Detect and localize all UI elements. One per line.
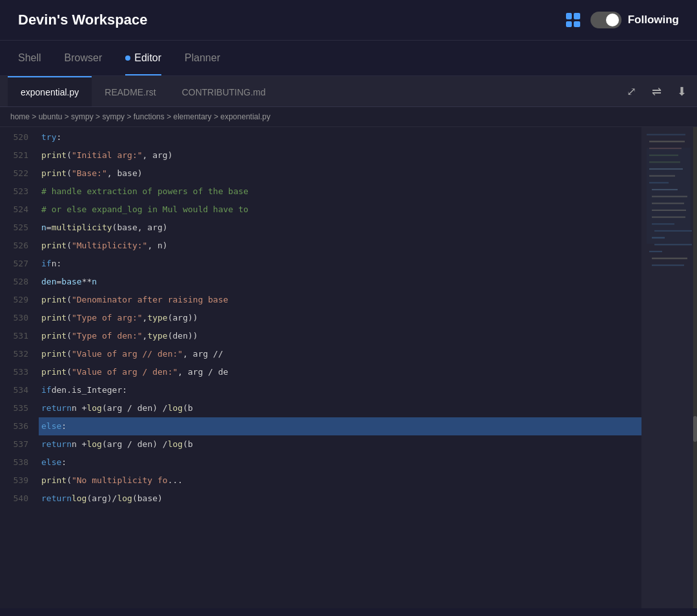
line-number: 539 <box>8 472 28 490</box>
code-line: print("Base:", base) <box>39 164 641 183</box>
svg-rect-20 <box>647 148 691 244</box>
diff-icon[interactable]: ⇌ <box>649 82 664 101</box>
code-line: print("Multiplicity:", n) <box>39 237 641 255</box>
line-number: 524 <box>8 201 28 219</box>
tab-planner-label: Planner <box>185 52 220 64</box>
tab-editor-label: Editor <box>134 52 161 64</box>
code-line: else: <box>39 453 641 472</box>
code-line: return log(arg)/log(base) <box>39 490 641 508</box>
code-line: den = base**n <box>39 273 641 291</box>
file-tab-contributing-label: CONTRIBUTING.md <box>182 87 266 97</box>
line-number: 532 <box>8 345 28 363</box>
line-number: 535 <box>8 399 28 417</box>
tab-shell[interactable]: Shell <box>18 41 41 75</box>
following-label: Following <box>628 14 679 26</box>
nav-tabs: Shell Browser Editor Planner <box>0 41 697 76</box>
line-number: 540 <box>8 490 28 508</box>
code-line: # handle extraction of powers of the bas… <box>39 183 641 201</box>
svg-rect-19 <box>652 264 684 266</box>
editor-container: exponential.py README.rst CONTRIBUTING.m… <box>0 76 697 608</box>
tab-browser-label: Browser <box>65 52 103 64</box>
header-controls: Following <box>566 12 679 28</box>
line-number: 533 <box>8 363 28 381</box>
grid-icon[interactable] <box>566 13 580 27</box>
line-number: 536 <box>8 417 28 435</box>
file-tab-exponential[interactable]: exponential.py <box>8 76 92 106</box>
line-number: 538 <box>8 453 28 472</box>
breadcrumb-path: home > ubuntu > sympy > sympy > function… <box>10 112 270 121</box>
line-number: 520 <box>8 128 28 146</box>
code-line: try: <box>39 128 641 146</box>
line-number: 525 <box>8 219 28 237</box>
code-line: print("Value of arg // den:", arg // <box>39 345 641 363</box>
code-line: print("Denominator after raising base <box>39 291 641 309</box>
file-tabs-bar: exponential.py README.rst CONTRIBUTING.m… <box>0 76 697 107</box>
code-line: else: <box>39 417 641 435</box>
tab-browser[interactable]: Browser <box>65 41 103 75</box>
code-line: print("Initial arg:", arg) <box>39 146 641 164</box>
tab-planner[interactable]: Planner <box>185 41 220 75</box>
following-toggle[interactable] <box>591 12 621 28</box>
code-line: print("Value of arg / den:", arg / de <box>39 363 641 381</box>
scroll-thumb[interactable] <box>693 416 697 442</box>
code-line: print("Type of arg:", type(arg)) <box>39 309 641 327</box>
line-numbers: 5205215225235245255265275285295305315325… <box>0 127 39 608</box>
code-line: return n + log(arg / den) / log(b <box>39 435 641 453</box>
line-number: 531 <box>8 327 28 345</box>
mini-map <box>641 127 693 608</box>
workspace-title: Devin's Workspace <box>18 12 147 28</box>
line-number: 522 <box>8 164 28 183</box>
scrollbar[interactable] <box>693 127 697 608</box>
code-line: n = multiplicity(base, arg) <box>39 219 641 237</box>
file-tab-contributing[interactable]: CONTRIBUTING.md <box>169 76 279 106</box>
line-number: 527 <box>8 255 28 273</box>
line-number: 530 <box>8 309 28 327</box>
tab-editor[interactable]: Editor <box>125 41 161 75</box>
breadcrumb: home > ubuntu > sympy > sympy > function… <box>0 107 697 127</box>
editor-toolbar: ⤢ ⇌ ⬇ <box>624 82 689 101</box>
header: Devin's Workspace Following <box>0 0 697 41</box>
code-line: # or else expand_log in Mul would have t… <box>39 201 641 219</box>
code-line: if den.is_Integer: <box>39 381 641 399</box>
code-area: 5205215225235245255265275285295305315325… <box>0 127 697 608</box>
line-number: 534 <box>8 381 28 399</box>
code-line: print("No multiplicity fo... <box>39 472 641 490</box>
svg-rect-17 <box>649 251 662 252</box>
line-number: 523 <box>8 183 28 201</box>
line-number: 528 <box>8 273 28 291</box>
file-tab-readme[interactable]: README.rst <box>92 76 168 106</box>
line-number: 529 <box>8 291 28 309</box>
code-line: if n: <box>39 255 641 273</box>
tab-shell-label: Shell <box>18 52 41 64</box>
code-content[interactable]: try: print("Initial arg:", arg) print("B… <box>39 127 641 608</box>
code-line: print("Type of den:", type(den)) <box>39 327 641 345</box>
expand-icon[interactable]: ⤢ <box>624 82 639 101</box>
svg-rect-16 <box>654 244 692 245</box>
line-number: 537 <box>8 435 28 453</box>
file-tab-readme-label: README.rst <box>105 87 156 97</box>
svg-rect-18 <box>652 257 687 259</box>
svg-rect-1 <box>649 141 685 142</box>
svg-rect-0 <box>647 134 685 135</box>
following-toggle-container: Following <box>591 12 679 28</box>
line-number: 526 <box>8 237 28 255</box>
code-line: return n + log(arg / den) / log(b <box>39 399 641 417</box>
line-number: 521 <box>8 146 28 164</box>
file-tab-exponential-label: exponential.py <box>21 87 79 97</box>
download-icon[interactable]: ⬇ <box>674 82 689 101</box>
